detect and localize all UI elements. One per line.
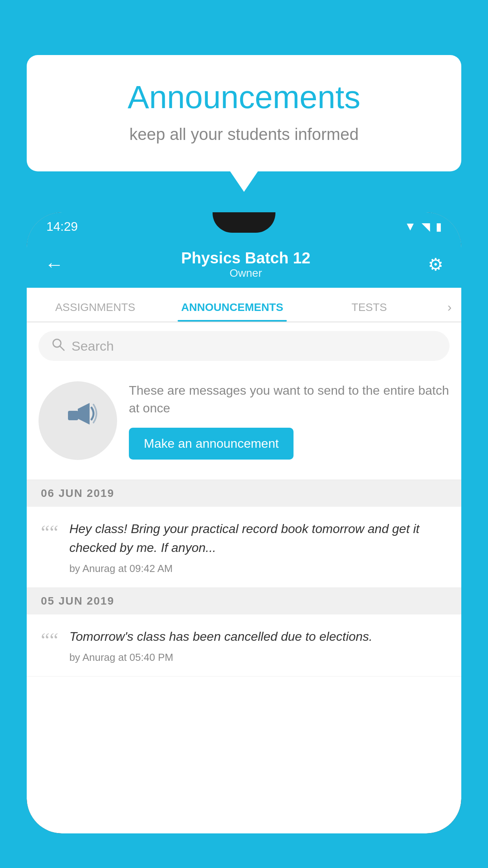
scroll-content: Search — [27, 322, 461, 677]
status-bar-icons: ▼ ◥ ▮ — [404, 220, 442, 233]
back-button[interactable]: ← — [41, 250, 68, 279]
speech-bubble-wrapper: Announcements keep all your students inf… — [27, 55, 461, 171]
promo-area: These are messages you want to send to t… — [27, 370, 461, 480]
announcement-item-1[interactable]: ““ Hey class! Bring your practical recor… — [27, 507, 461, 588]
signal-icon: ◥ — [422, 220, 430, 233]
speech-bubble-title: Announcements — [58, 79, 430, 116]
svg-marker-2 — [78, 403, 90, 425]
promo-description: These are messages you want to send to t… — [129, 382, 449, 417]
speech-bubble: Announcements keep all your students inf… — [27, 55, 461, 171]
promo-text-area: These are messages you want to send to t… — [129, 382, 449, 460]
tab-tests[interactable]: TESTS — [301, 288, 438, 322]
announcement-text-1: Hey class! Bring your practical record b… — [69, 519, 447, 557]
app-bar: ← Physics Batch 12 Owner ⚙ — [27, 241, 461, 288]
svg-line-1 — [60, 346, 64, 350]
phone-notch — [213, 212, 275, 233]
announcement-meta-1: by Anurag at 09:42 AM — [69, 563, 447, 575]
tab-assignments[interactable]: ASSIGNMENTS — [27, 288, 164, 322]
quote-icon-1: ““ — [41, 519, 58, 542]
tab-more[interactable]: › — [438, 300, 461, 322]
speech-bubble-subtitle: keep all your students informed — [58, 125, 430, 144]
app-bar-subtitle: Owner — [68, 267, 424, 280]
announcement-content-1: Hey class! Bring your practical record b… — [69, 519, 447, 575]
status-bar-time: 14:29 — [46, 219, 78, 234]
announcement-meta-2: by Anurag at 05:40 PM — [69, 651, 447, 664]
phone-device: 14:29 ▼ ◥ ▮ ← Physics Batch 12 Owner ⚙ — [27, 212, 461, 833]
search-bar[interactable]: Search — [39, 331, 449, 361]
megaphone-icon — [56, 395, 99, 447]
tabs-bar: ASSIGNMENTS ANNOUNCEMENTS TESTS › — [27, 288, 461, 322]
date-separator-2: 05 JUN 2019 — [27, 588, 461, 614]
make-announcement-button[interactable]: Make an announcement — [129, 428, 294, 460]
app-bar-title: Physics Batch 12 — [68, 249, 424, 267]
svg-rect-3 — [68, 411, 78, 420]
battery-icon: ▮ — [436, 220, 442, 233]
search-icon — [51, 337, 65, 355]
app-bar-title-area: Physics Batch 12 Owner — [68, 249, 424, 280]
wifi-icon: ▼ — [404, 220, 416, 233]
promo-icon-circle — [39, 381, 117, 460]
settings-icon[interactable]: ⚙ — [424, 250, 447, 278]
quote-icon-2: ““ — [41, 627, 58, 650]
date-separator-1: 06 JUN 2019 — [27, 480, 461, 507]
phone-screen: 14:29 ▼ ◥ ▮ ← Physics Batch 12 Owner ⚙ — [27, 212, 461, 833]
announcement-content-2: Tomorrow's class has been cancelled due … — [69, 627, 447, 664]
announcement-text-2: Tomorrow's class has been cancelled due … — [69, 627, 447, 646]
announcement-item-2[interactable]: ““ Tomorrow's class has been cancelled d… — [27, 614, 461, 677]
phone-wrapper: 14:29 ▼ ◥ ▮ ← Physics Batch 12 Owner ⚙ — [27, 212, 461, 868]
search-placeholder: Search — [72, 338, 114, 354]
tab-announcements[interactable]: ANNOUNCEMENTS — [164, 288, 301, 322]
